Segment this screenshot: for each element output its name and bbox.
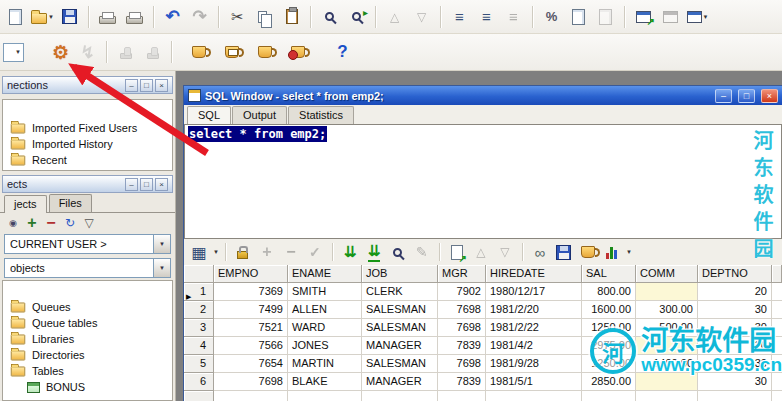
cell-mgr[interactable]: 7839 [438,373,486,391]
cell-ename[interactable]: JONES [288,337,362,355]
cell-job[interactable]: CLERK [362,283,438,301]
cut-button[interactable] [225,4,250,29]
find-button[interactable] [387,241,409,263]
commit-session-button[interactable] [285,40,310,65]
tree-item-imported-history[interactable]: Imported History [3,136,172,152]
cell-job[interactable]: MANAGER [362,373,438,391]
restore-button[interactable] [738,89,755,103]
print-preview-button[interactable] [122,4,147,29]
tab-statistics[interactable]: Statistics [288,106,354,124]
tab-sql[interactable]: SQL [187,106,231,124]
tab-objects[interactable]: jects [4,195,47,213]
sort-desc-button[interactable] [494,241,516,263]
export-session-button[interactable] [577,241,599,263]
cell-ename[interactable]: BLAKE [288,373,362,391]
delete-record-button[interactable] [280,241,302,263]
percent-button[interactable] [539,4,564,29]
cell-comm[interactable] [636,337,698,355]
cell-comm[interactable]: 1400.00 [636,355,698,373]
cell[interactable] [362,391,438,401]
row-number[interactable]: 3 [184,319,214,337]
column-header-sal[interactable]: SAL [582,265,636,283]
cell-comm[interactable] [636,373,698,391]
cell-deptno[interactable]: 30 [698,373,772,391]
indent-button[interactable] [474,4,499,29]
copy-button[interactable] [252,4,277,29]
lock-button[interactable] [232,241,254,263]
edit-data-button[interactable] [411,241,433,263]
user-filter-dropdown[interactable]: CURRENT USER > [4,234,171,254]
panel-menu-button[interactable] [125,178,138,191]
cell-mgr[interactable]: 7698 [438,301,486,319]
cell-deptno[interactable]: 20 [698,337,772,355]
expand-all-icon[interactable] [23,215,41,231]
row-number[interactable]: 6 [184,373,214,391]
cascade-window-button[interactable] [685,4,710,29]
sql-editor[interactable]: select * from emp2; [184,124,782,239]
pin-icon[interactable] [4,215,22,231]
cell-sal[interactable]: 2850.00 [582,373,636,391]
cell-ename[interactable]: MARTIN [288,355,362,373]
window-button[interactable] [658,4,683,29]
insert-record-button[interactable] [256,241,278,263]
tree-item-tables[interactable]: Tables [3,363,172,379]
save-results-button[interactable] [553,241,575,263]
panel-menu-button[interactable] [125,79,138,92]
session-alt-button[interactable] [252,40,277,65]
tree-item-bonus[interactable]: BONUS [3,379,172,395]
session-button[interactable] [186,40,211,65]
cell-comm[interactable]: 300.00 [636,301,698,319]
next-item-button[interactable] [409,4,434,29]
row-number-header[interactable] [184,265,214,283]
tab-output[interactable]: Output [232,106,287,124]
cell-empno[interactable]: 7654 [214,355,288,373]
cell-job[interactable]: MANAGER [362,337,438,355]
cell-empno[interactable]: 7521 [214,319,288,337]
fetch-all-button[interactable] [363,241,385,263]
chart-button[interactable] [601,241,623,263]
cell-empno[interactable]: 7369 [214,283,288,301]
close-button[interactable] [761,89,778,103]
cell-sal[interactable]: 1250.00 [582,355,636,373]
list-button[interactable] [447,4,472,29]
panel-pin-button[interactable] [140,79,153,92]
cell-comm[interactable]: 500.00 [636,319,698,337]
cell-empno[interactable]: 7499 [214,301,288,319]
save-button[interactable] [57,4,82,29]
cell[interactable] [288,391,362,401]
object-filter-dropdown[interactable]: objects [4,258,171,278]
cell-sal[interactable]: 1600.00 [582,301,636,319]
execute-button[interactable] [75,40,100,65]
cell-sal[interactable]: 1250.00 [582,319,636,337]
row-number[interactable]: 2 [184,301,214,319]
cell[interactable] [698,391,772,401]
grid-view-button[interactable] [188,241,210,263]
cell-hiredate[interactable]: 1981/5/1 [486,373,582,391]
column-header-empno[interactable]: EMPNO [214,265,288,283]
row-number[interactable] [184,391,214,401]
cell[interactable] [582,391,636,401]
cell-ename[interactable]: WARD [288,319,362,337]
cell[interactable] [636,391,698,401]
new-button[interactable] [3,4,28,29]
outdent-button[interactable] [501,4,526,29]
link-query-button[interactable] [529,241,551,263]
collapse-all-icon[interactable] [42,215,60,231]
cell-empno[interactable]: 7698 [214,373,288,391]
cell-hiredate[interactable]: 1981/9/28 [486,355,582,373]
cell-sal[interactable]: 2975.00 [582,337,636,355]
cell-hiredate[interactable]: 1981/4/2 [486,337,582,355]
export-button[interactable] [446,241,468,263]
prev-item-button[interactable] [382,4,407,29]
column-header-ename[interactable]: ENAME [288,265,362,283]
find-button[interactable] [317,4,342,29]
cell-hiredate[interactable]: 1981/2/20 [486,301,582,319]
cell[interactable] [214,391,288,401]
cell-job[interactable]: SALESMAN [362,355,438,373]
filter-icon[interactable] [80,215,98,231]
cell-job[interactable]: SALESMAN [362,319,438,337]
sql-window-titlebar[interactable]: SQL Window - select * from emp2; [184,86,782,105]
redo-button[interactable] [187,4,212,29]
fetch-next-button[interactable] [339,241,361,263]
cell-mgr[interactable]: 7839 [438,337,486,355]
